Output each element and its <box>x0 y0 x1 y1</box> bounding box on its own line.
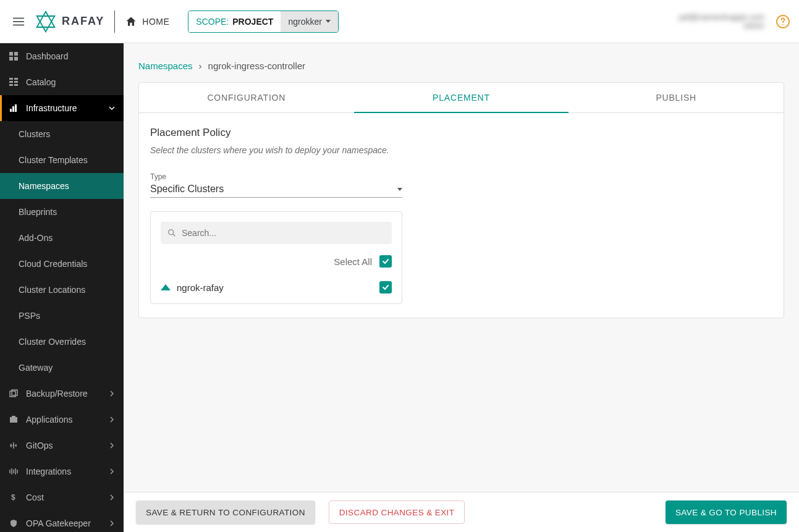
catalog-icon <box>9 77 19 87</box>
svg-rect-6 <box>9 57 13 61</box>
svg-point-22 <box>169 230 174 235</box>
integrations-icon <box>9 467 19 476</box>
svg-rect-13 <box>14 84 18 86</box>
svg-rect-7 <box>14 57 18 61</box>
svg-rect-14 <box>10 109 12 112</box>
footer-actions: SAVE & RETURN TO CONFIGURATION DISCARD C… <box>124 492 799 532</box>
save-return-button[interactable]: SAVE & RETURN TO CONFIGURATION <box>136 500 315 524</box>
tabs: CONFIGURATION PLACEMENT PUBLISH <box>138 82 784 113</box>
svg-rect-12 <box>9 84 13 86</box>
sidebar-item-applications[interactable]: Applications <box>0 407 124 433</box>
placement-panel: Placement Policy Select the clusters whe… <box>138 113 784 318</box>
svg-marker-0 <box>37 11 55 27</box>
svg-point-3 <box>782 24 784 25</box>
type-label: Type <box>150 172 772 181</box>
infrastructure-icon <box>9 103 19 113</box>
svg-rect-10 <box>9 81 13 83</box>
breadcrumb-current: ngrok-ingress-controller <box>208 61 306 71</box>
sidebar-item-cost[interactable]: $ Cost <box>0 484 124 510</box>
main-content: Namespaces › ngrok-ingress-controller CO… <box>124 43 799 492</box>
sidebar: Dashboard Catalog Infrastructure Cluster… <box>0 43 124 532</box>
panel-title: Placement Policy <box>150 127 772 139</box>
select-all-label: Select All <box>334 256 372 267</box>
cluster-row: ngrok-rafay <box>161 281 392 293</box>
sidebar-sub-psps[interactable]: PSPs <box>0 303 124 329</box>
sidebar-item-catalog[interactable]: Catalog <box>0 69 124 95</box>
user-menu[interactable]: paf@nameofcappe.com Admin <box>679 12 764 30</box>
search-icon <box>167 228 177 238</box>
gitops-icon <box>9 441 19 450</box>
svg-rect-16 <box>15 104 17 112</box>
scope-label: SCOPE: PROJECT <box>188 11 281 32</box>
cluster-search[interactable] <box>161 222 392 244</box>
top-bar: RAFAY HOME SCOPE: PROJECT ngrokker paf@n… <box>0 0 799 43</box>
search-input[interactable] <box>182 228 386 238</box>
svg-line-23 <box>173 234 175 236</box>
chevron-right-icon <box>109 492 115 502</box>
chevron-right-icon <box>109 415 115 424</box>
sidebar-item-gitops[interactable]: GitOps <box>0 433 124 458</box>
breadcrumb-separator: › <box>199 61 202 71</box>
backup-icon <box>9 389 19 399</box>
help-icon[interactable] <box>774 13 792 30</box>
cluster-picker: Select All ngrok-rafay <box>150 211 402 304</box>
tab-placement[interactable]: PLACEMENT <box>354 83 569 112</box>
svg-rect-5 <box>14 52 18 56</box>
cost-icon: $ <box>9 492 19 502</box>
chevron-down-icon <box>109 103 115 113</box>
sidebar-item-backup-restore[interactable]: Backup/Restore <box>0 381 124 407</box>
sidebar-item-infrastructure[interactable]: Infrastructure <box>0 95 124 121</box>
svg-rect-20 <box>12 416 15 418</box>
rafay-logo-icon <box>35 11 57 33</box>
divider <box>114 11 115 33</box>
chevron-right-icon <box>109 518 115 528</box>
svg-rect-8 <box>9 78 13 80</box>
brand-logo[interactable]: RAFAY <box>35 11 104 33</box>
tab-publish[interactable]: PUBLISH <box>569 83 784 112</box>
tab-configuration[interactable]: CONFIGURATION <box>139 83 354 112</box>
svg-text:$: $ <box>11 493 15 502</box>
brand-name: RAFAY <box>62 15 104 28</box>
svg-rect-11 <box>14 81 18 83</box>
sidebar-sub-clusters[interactable]: Clusters <box>0 121 124 147</box>
home-button[interactable]: HOME <box>125 15 169 28</box>
chevron-right-icon <box>109 441 115 450</box>
breadcrumb-root[interactable]: Namespaces <box>138 61 193 71</box>
cluster-checkbox[interactable] <box>379 281 392 293</box>
breadcrumb: Namespaces › ngrok-ingress-controller <box>138 61 784 71</box>
opa-icon <box>9 518 19 528</box>
select-all-row: Select All <box>161 255 392 268</box>
discard-button[interactable]: DISCARD CHANGES & EXIT <box>329 500 465 524</box>
sidebar-sub-cluster-templates[interactable]: Cluster Templates <box>0 147 124 173</box>
svg-rect-9 <box>14 78 18 80</box>
sidebar-sub-cluster-locations[interactable]: Cluster Locations <box>0 277 124 303</box>
chevron-down-icon <box>326 20 331 23</box>
svg-rect-15 <box>12 106 14 112</box>
sidebar-sub-cloud-credentials[interactable]: Cloud Credentials <box>0 251 124 277</box>
chevron-right-icon <box>109 389 115 399</box>
sidebar-sub-blueprints[interactable]: Blueprints <box>0 199 124 225</box>
cluster-name: ngrok-rafay <box>177 282 224 293</box>
sidebar-sub-cluster-overrides[interactable]: Cluster Overrides <box>0 329 124 355</box>
sidebar-item-dashboard[interactable]: Dashboard <box>0 43 124 69</box>
chevron-down-icon <box>397 188 402 191</box>
sidebar-item-integrations[interactable]: Integrations <box>0 458 124 484</box>
chevron-right-icon <box>109 467 115 476</box>
svg-marker-1 <box>37 16 55 32</box>
svg-rect-19 <box>10 417 17 423</box>
sidebar-sub-gateway[interactable]: Gateway <box>0 355 124 381</box>
applications-icon <box>9 415 19 424</box>
sidebar-item-opa-gatekeeper[interactable]: OPA Gatekeeper <box>0 510 124 532</box>
sidebar-sub-addons[interactable]: Add-Ons <box>0 225 124 251</box>
hamburger-menu-icon[interactable] <box>7 11 30 33</box>
panel-subtitle: Select the clusters where you wish to de… <box>150 145 772 155</box>
home-label: HOME <box>142 17 169 27</box>
sidebar-sub-namespaces[interactable]: Namespaces <box>0 173 124 199</box>
home-icon <box>125 15 137 28</box>
select-all-checkbox[interactable] <box>379 255 392 268</box>
save-publish-button[interactable]: SAVE & GO TO PUBLISH <box>666 500 787 524</box>
scope-project-dropdown[interactable]: ngrokker <box>281 11 337 32</box>
svg-rect-4 <box>9 52 13 56</box>
cluster-status-icon <box>161 284 171 290</box>
type-select[interactable]: Specific Clusters <box>150 184 402 198</box>
